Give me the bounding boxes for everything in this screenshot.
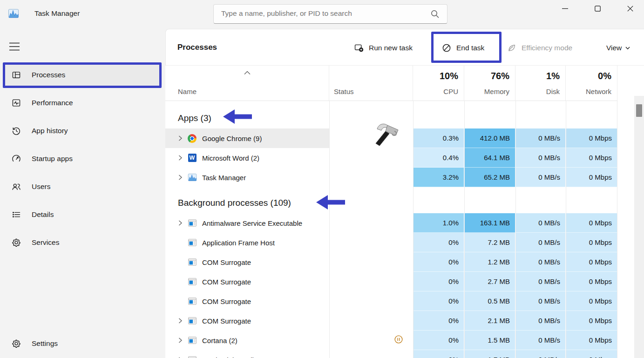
- sidebar-item-settings[interactable]: Settings: [4, 332, 162, 355]
- process-row-cortana-2[interactable]: Cortana (2)0%1.5 MB0 MB/s0 Mbps: [165, 331, 617, 350]
- window-title: Task Manager: [34, 9, 80, 18]
- search-input[interactable]: [214, 5, 417, 22]
- sidebar-item-users[interactable]: Users: [4, 176, 162, 198]
- column-divider: [329, 101, 330, 358]
- sidebar-item-label: Startup apps: [32, 155, 73, 163]
- startup-apps-icon: [11, 154, 21, 164]
- hammer-cursor-icon: [371, 121, 402, 148]
- column-header-network[interactable]: 0% Network: [566, 66, 617, 101]
- scrollbar-track[interactable]: [634, 96, 644, 358]
- group-spacer: [165, 187, 617, 193]
- process-row-antimalware-service-executable[interactable]: Antimalware Service Executable1.0%163.1 …: [165, 213, 617, 233]
- maximize-button[interactable]: [587, 0, 608, 17]
- generic-icon: [187, 355, 197, 358]
- expand-chevron-icon[interactable]: [178, 155, 187, 161]
- process-status-cell: [329, 213, 413, 233]
- end-task-button[interactable]: End task: [441, 38, 484, 58]
- search-icon[interactable]: [430, 9, 440, 19]
- sidebar-item-app-history[interactable]: App history: [4, 120, 162, 142]
- efficiency-mode-button[interactable]: Efficiency mode: [507, 38, 572, 58]
- process-row-microsoft-word-2[interactable]: WMicrosoft Word (2)0.4%64.1 MB0 MB/s0 Mb…: [165, 148, 617, 168]
- sidebar-item-label: Users: [32, 182, 50, 191]
- settings-icon: [11, 338, 21, 349]
- process-name: Microsoft Word (2): [202, 154, 259, 162]
- process-name-cell: COM Surrogate: [165, 291, 329, 311]
- process-network-cell: 0 Mbps: [566, 272, 617, 291]
- process-network-cell: 0 Mbps: [566, 291, 617, 311]
- process-name: Application Frame Host: [202, 239, 275, 247]
- chevron-spacer: [178, 278, 187, 285]
- process-name-cell: COM Surrogate: [165, 252, 329, 272]
- sidebar-item-processes[interactable]: Processes: [4, 64, 162, 86]
- memory-total-value: 76%: [491, 71, 509, 81]
- scrollbar-thumb[interactable]: [636, 104, 642, 117]
- column-divider: [413, 101, 414, 358]
- expand-chevron-icon[interactable]: [178, 220, 187, 226]
- search-box[interactable]: [213, 4, 447, 24]
- process-cpu-cell: 0.3%: [413, 128, 464, 148]
- sidebar-item-label: Performance: [32, 99, 73, 107]
- process-row-credential-enrollment-manager[interactable]: Credential Enrollment Manager0%1.7 MB0 M…: [165, 350, 617, 358]
- process-name-cell: Antimalware Service Executable: [165, 213, 329, 233]
- run-new-task-button[interactable]: Run new task: [354, 38, 413, 58]
- process-cpu-cell: 0.4%: [413, 148, 464, 168]
- sidebar-item-details[interactable]: Details: [4, 203, 162, 226]
- process-disk-cell: 0 MB/s: [515, 311, 566, 331]
- process-row-com-surrogate[interactable]: COM Surrogate0%2.7 MB0 MB/s0 Mbps: [165, 272, 617, 291]
- process-memory-cell: 64.1 MB: [464, 148, 515, 168]
- process-status-cell: [329, 148, 413, 168]
- process-disk-cell: 0 MB/s: [515, 291, 566, 311]
- process-row-application-frame-host[interactable]: Application Frame Host0%7.2 MB0 MB/s0 Mb…: [165, 233, 617, 252]
- process-disk-cell: 0 MB/s: [515, 272, 566, 291]
- process-network-cell: 0 Mbps: [566, 148, 617, 168]
- word-icon: W: [187, 153, 197, 163]
- process-name-cell: Cortana (2): [165, 331, 329, 350]
- chevron-down-icon: [625, 45, 630, 51]
- cpu-column-label: CPU: [443, 88, 458, 95]
- sidebar-nav: ProcessesPerformanceApp historyStartup a…: [4, 64, 162, 259]
- process-cpu-cell: 0%: [413, 252, 464, 272]
- process-memory-cell: 1.2 MB: [464, 252, 515, 272]
- run-new-task-icon: [354, 43, 364, 53]
- generic-icon: [187, 297, 197, 306]
- process-memory-cell: 1.7 MB: [464, 350, 515, 358]
- view-button[interactable]: View: [606, 38, 630, 58]
- process-network-cell: 0 Mbps: [566, 331, 617, 350]
- expand-chevron-icon[interactable]: [178, 174, 187, 181]
- process-disk-cell: 0 MB/s: [515, 128, 566, 148]
- hamburger-icon: [9, 42, 20, 51]
- process-name: Task Manager: [202, 174, 246, 182]
- process-name: COM Surrogate: [202, 297, 251, 305]
- process-row-com-surrogate[interactable]: COM Surrogate0%1.2 MB0 MB/s0 Mbps: [165, 252, 617, 272]
- close-button[interactable]: [619, 0, 641, 17]
- column-header-name[interactable]: Name: [165, 66, 329, 101]
- process-row-com-surrogate[interactable]: COM Surrogate0%0.5 MB0 MB/s0 Mbps: [165, 291, 617, 311]
- column-header-disk[interactable]: 1% Disk: [515, 66, 566, 101]
- sidebar-item-services[interactable]: Services: [4, 231, 162, 254]
- generic-icon: [187, 277, 197, 287]
- network-total-value: 0%: [598, 71, 611, 81]
- sidebar-item-label: Settings: [32, 339, 58, 348]
- column-divider: [464, 101, 465, 358]
- expand-chevron-icon[interactable]: [178, 135, 187, 142]
- group-header-background-processes-109[interactable]: Background processes (109): [165, 193, 617, 213]
- process-row-com-surrogate[interactable]: COM Surrogate0%2.1 MB0 MB/s0 Mbps: [165, 311, 617, 331]
- expand-chevron-icon[interactable]: [178, 337, 187, 344]
- process-name-cell: Google Chrome (9): [165, 128, 329, 148]
- minimize-button[interactable]: [554, 0, 576, 17]
- sidebar-item-startup-apps[interactable]: Startup apps: [4, 148, 162, 170]
- column-header-memory[interactable]: 76% Memory: [464, 66, 515, 101]
- status-column-label: Status: [334, 88, 354, 95]
- process-row-task-manager[interactable]: Task Manager3.2%65.2 MB0 MB/s0 Mbps: [165, 168, 617, 187]
- column-header-status[interactable]: Status: [329, 66, 413, 101]
- process-status-cell: [329, 311, 413, 331]
- process-name: COM Surrogate: [202, 258, 251, 266]
- column-header-cpu[interactable]: 10% CPU: [413, 66, 464, 101]
- expand-chevron-icon[interactable]: [178, 317, 187, 324]
- process-disk-cell: 0 MB/s: [515, 168, 566, 187]
- annotation-arrow-apps: [223, 109, 252, 124]
- sidebar-item-performance[interactable]: Performance: [4, 92, 162, 114]
- name-column-label: Name: [178, 88, 197, 95]
- menu-toggle-button[interactable]: [7, 40, 21, 53]
- end-task-label: End task: [456, 44, 484, 52]
